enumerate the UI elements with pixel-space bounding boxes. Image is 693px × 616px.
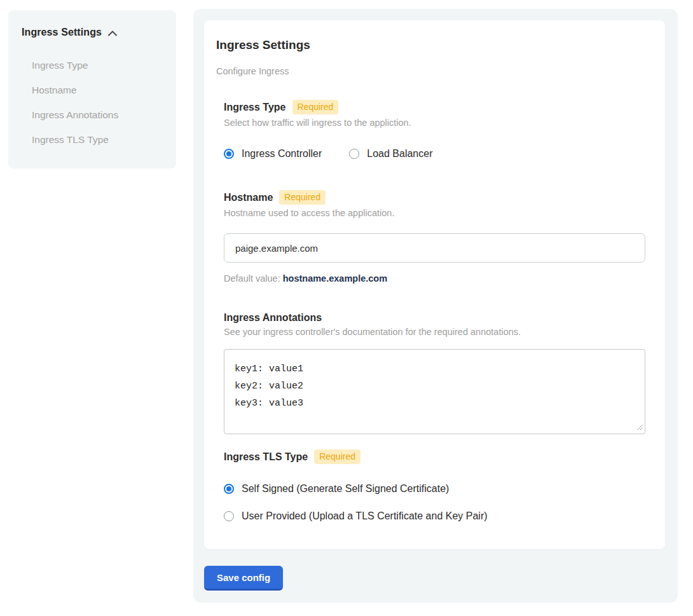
hostname-label: Hostname	[224, 192, 273, 203]
ingress-type-radio-group: Ingress Controller Load Balancer	[224, 128, 645, 160]
radio-selected-icon[interactable]	[224, 484, 234, 494]
required-badge: Required	[292, 100, 339, 114]
settings-sidebar: Ingress Settings Ingress Type Hostname I…	[8, 10, 176, 168]
sidebar-item-hostname[interactable]: Hostname	[32, 78, 163, 103]
section-hostname: Hostname Required Hostname used to acces…	[224, 190, 645, 284]
page-title: Ingress Settings	[216, 38, 645, 52]
ingress-annotations-textarea[interactable]: key1: value1 key2: value2 key3: value3	[224, 349, 645, 434]
resize-handle-icon[interactable]	[637, 421, 643, 433]
radio-unselected-icon[interactable]	[349, 149, 359, 159]
sidebar-item-ingress-type[interactable]: Ingress Type	[32, 53, 163, 78]
sidebar-item-ingress-tls-type[interactable]: Ingress TLS Type	[32, 128, 163, 153]
ingress-annotations-description: See your ingress controller's documentat…	[224, 327, 645, 337]
page-subtitle: Configure Ingress	[216, 66, 645, 76]
ingress-tls-type-label: Ingress TLS Type	[224, 451, 308, 463]
section-ingress-type: Ingress Type Required Select how traffic…	[224, 100, 645, 160]
radio-option-user-provided[interactable]: User Provided (Upload a TLS Certificate …	[224, 510, 645, 522]
hostname-input[interactable]	[224, 233, 645, 263]
required-badge: Required	[314, 449, 360, 464]
sidebar-group-ingress-settings[interactable]: Ingress Settings	[22, 27, 163, 38]
main-panel: Ingress Settings Configure Ingress Ingre…	[193, 9, 678, 603]
ingress-type-description: Select how traffic will ingress to the a…	[224, 118, 645, 128]
radio-option-load-balancer[interactable]: Load Balancer	[349, 148, 432, 160]
section-ingress-tls-type: Ingress TLS Type Required Self Signed (G…	[224, 449, 645, 522]
hostname-description: Hostname used to access the application.	[224, 208, 645, 218]
radio-option-self-signed[interactable]: Self Signed (Generate Self Signed Certif…	[224, 483, 645, 495]
ingress-tls-radio-group: Self Signed (Generate Self Signed Certif…	[224, 483, 645, 522]
radio-selected-icon[interactable]	[224, 149, 234, 159]
ingress-settings-card: Ingress Settings Configure Ingress Ingre…	[204, 20, 665, 549]
sidebar-group-title: Ingress Settings	[22, 27, 102, 38]
sidebar-items: Ingress Type Hostname Ingress Annotation…	[32, 53, 163, 153]
ingress-type-label: Ingress Type	[224, 102, 286, 113]
ingress-annotations-label: Ingress Annotations	[224, 312, 322, 324]
radio-unselected-icon[interactable]	[224, 511, 234, 521]
radio-option-ingress-controller[interactable]: Ingress Controller	[224, 148, 322, 160]
required-badge: Required	[279, 190, 326, 205]
hostname-default-value: Default value: hostname.example.com	[224, 273, 645, 284]
save-config-button[interactable]: Save config	[204, 566, 283, 591]
chevron-up-icon	[107, 30, 118, 37]
sidebar-item-ingress-annotations[interactable]: Ingress Annotations	[32, 103, 163, 128]
section-ingress-annotations: Ingress Annotations See your ingress con…	[224, 312, 645, 437]
